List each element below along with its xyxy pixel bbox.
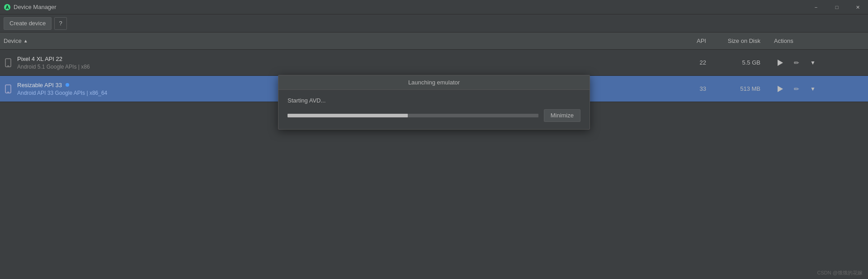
- device-actions: ✏ ▼: [769, 56, 864, 69]
- device-column-header: Device ▲: [4, 37, 679, 44]
- device-text: Resizable API 33 Android API 33 Google A…: [17, 82, 107, 96]
- device-actions: ✏ ▼: [769, 83, 864, 95]
- device-size: 513 MB: [715, 85, 769, 92]
- device-text: Pixel 4 XL API 22 Android 5.1 Google API…: [17, 56, 90, 70]
- minimize-button[interactable]: −: [806, 0, 826, 14]
- window-controls: − □ ✕: [806, 0, 868, 14]
- app-icon: A: [4, 4, 11, 11]
- progress-bar-background: [288, 114, 538, 117]
- watermark: CSDN @饿饿的花嫁: [817, 270, 863, 276]
- toolbar: Create device ?: [0, 14, 868, 33]
- play-button[interactable]: [774, 56, 787, 69]
- create-device-button[interactable]: Create device: [4, 17, 52, 30]
- device-subtitle: Android API 33 Google APIs | x86_64: [17, 90, 107, 96]
- play-button[interactable]: [774, 83, 787, 95]
- device-phone-icon: [4, 58, 13, 67]
- progress-bar-container: Minimize: [288, 109, 580, 122]
- sort-arrow-icon: ▲: [24, 38, 28, 43]
- active-dot-icon: [66, 83, 69, 87]
- pencil-icon: ✏: [794, 85, 799, 93]
- edit-button[interactable]: ✏: [790, 56, 803, 69]
- app-title: Device Manager: [14, 4, 57, 10]
- api-column-header: API: [679, 37, 715, 44]
- device-api: 22: [679, 59, 715, 66]
- launching-emulator-dialog: Launching emulator Starting AVD... Minim…: [278, 75, 590, 130]
- maximize-button[interactable]: □: [826, 0, 847, 14]
- table-header: Device ▲ API Size on Disk Actions: [0, 33, 868, 50]
- progress-bar-fill: [288, 114, 408, 117]
- more-actions-button[interactable]: ▼: [807, 83, 819, 95]
- device-name: Pixel 4 XL API 22: [17, 56, 90, 62]
- device-name: Resizable API 33: [17, 82, 107, 88]
- device-info: Pixel 4 XL API 22 Android 5.1 Google API…: [4, 56, 679, 70]
- chevron-down-icon: ▼: [810, 86, 816, 92]
- device-phone-icon: [4, 84, 13, 93]
- size-column-header: Size on Disk: [715, 37, 769, 44]
- device-size: 5.5 GB: [715, 59, 769, 66]
- actions-column-header: Actions: [769, 37, 864, 44]
- device-subtitle: Android 5.1 Google APIs | x86: [17, 64, 90, 70]
- title-bar: A Device Manager − □ ✕: [0, 0, 868, 14]
- edit-button[interactable]: ✏: [790, 83, 803, 95]
- device-row[interactable]: Pixel 4 XL API 22 Android 5.1 Google API…: [0, 50, 868, 76]
- svg-text:A: A: [5, 5, 9, 10]
- dialog-status-text: Starting AVD...: [288, 97, 580, 104]
- dialog-body: Starting AVD... Minimize: [278, 90, 590, 129]
- close-button[interactable]: ✕: [847, 0, 868, 14]
- chevron-down-icon: ▼: [810, 60, 816, 66]
- pencil-icon: ✏: [794, 59, 799, 66]
- device-api: 33: [679, 85, 715, 92]
- play-icon: [778, 86, 783, 92]
- dialog-title: Launching emulator: [278, 75, 590, 90]
- more-actions-button[interactable]: ▼: [807, 56, 819, 69]
- help-button[interactable]: ?: [54, 17, 67, 30]
- play-icon: [778, 60, 783, 66]
- minimize-dialog-button[interactable]: Minimize: [544, 109, 580, 122]
